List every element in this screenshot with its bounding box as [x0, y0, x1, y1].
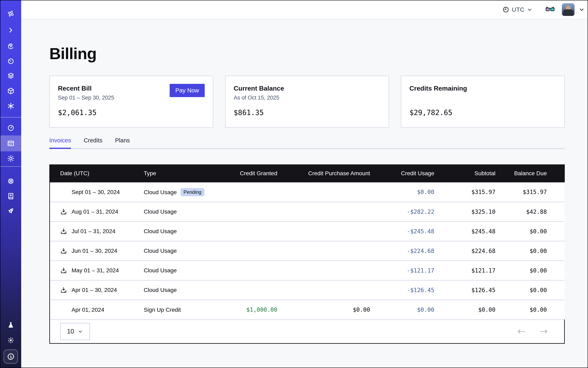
invoice-type: Sign Up Credit	[144, 307, 181, 313]
invoices-table: Date (UTC) Type Credit Granted Credit Pu…	[49, 165, 565, 344]
subtotal-value-cell: $121.17	[434, 261, 496, 280]
gear-icon[interactable]	[7, 155, 15, 162]
col-date: Date (UTC)	[50, 165, 144, 182]
tab-plans[interactable]: Plans	[115, 137, 130, 148]
invoice-type: Cloud Usage	[144, 267, 177, 274]
credit-purchase-value-cell	[277, 261, 370, 280]
logo-mark[interactable]	[7, 10, 15, 18]
rocket-icon[interactable]	[7, 207, 15, 215]
credit-purchase-value-cell	[277, 241, 370, 261]
balance-due-value-cell: $0.00	[496, 261, 565, 280]
download-slot	[60, 228, 72, 235]
credit-usage-value-cell: -$245.48	[370, 221, 434, 241]
card-title: Credits Remaining	[409, 85, 556, 92]
balance-due-value: $0.00	[530, 287, 547, 294]
credits-remaining-card: Credits Remaining $29,782.65	[401, 76, 565, 128]
credits-badge-icon: $	[7, 352, 15, 361]
table-row: Jul 01 – 31, 2024Cloud Usage-$245.48$245…	[50, 221, 565, 241]
account-chevron-down-icon[interactable]	[579, 7, 585, 13]
card-amount: $861.35	[234, 109, 380, 117]
invoice-date: May 01 – 31, 2024	[72, 267, 119, 274]
clock-icon	[502, 6, 509, 13]
current-balance-card: Current Balance As of Oct 15, 2025 $861.…	[225, 76, 389, 128]
chevron-down-icon	[78, 329, 83, 334]
content: Billing Recent Bill Sep 01 – Sep 30, 202…	[21, 19, 588, 368]
download-invoice-icon[interactable]	[60, 248, 67, 254]
chevron-down-icon	[527, 7, 533, 12]
subtotal-value: $126.45	[471, 287, 496, 294]
support-wheel-icon[interactable]	[7, 177, 15, 185]
billing-icon[interactable]	[7, 139, 15, 147]
subtotal-value: $121.17	[471, 267, 496, 274]
credit-usage-value-cell: $0.00	[370, 182, 434, 202]
balance-due-value-cell: $0.00	[496, 221, 565, 241]
balance-due-value-cell: $0.00	[496, 280, 565, 300]
download-invoice-icon[interactable]	[60, 267, 67, 274]
credit-usage-value-cell: -$282.22	[370, 202, 434, 221]
credit-usage-value: $0.00	[417, 306, 434, 313]
credit-purchase-value-cell	[277, 182, 370, 202]
glasses-icon[interactable]	[546, 7, 555, 13]
credit-usage-value-cell: -$224.68	[370, 241, 434, 261]
tab-credits[interactable]: Credits	[84, 137, 102, 148]
credit-granted-value-cell	[226, 241, 277, 261]
credit-granted-value: $1,000.00	[246, 306, 277, 313]
card-subtitle	[409, 95, 556, 101]
credit-purchase-value: $0.00	[353, 306, 370, 313]
subtotal-value: $224.68	[471, 248, 496, 254]
download-invoice-icon[interactable]	[60, 228, 67, 235]
download-slot	[60, 248, 72, 254]
balance-due-value: $0.00	[530, 267, 547, 274]
download-slot	[60, 208, 72, 215]
timezone-label: UTC	[512, 6, 525, 13]
avatar[interactable]	[562, 3, 575, 16]
credit-granted-value-cell	[226, 202, 277, 221]
table-header-row: Date (UTC) Type Credit Granted Credit Pu…	[50, 165, 565, 182]
invoice-type: Cloud Usage	[144, 209, 177, 215]
pay-now-button[interactable]: Pay Now	[170, 84, 205, 97]
layers-icon[interactable]	[7, 72, 15, 80]
balance-due-value: $0.00	[530, 248, 547, 254]
credits-badge-button[interactable]: $	[4, 350, 18, 364]
gauge-icon[interactable]	[7, 124, 15, 132]
billing-tabs: Invoices Credits Plans	[49, 137, 565, 149]
page-size-value: 10	[67, 328, 74, 335]
chevron-right-icon[interactable]	[7, 26, 15, 34]
subtotal-value-cell: $315.97	[434, 182, 496, 202]
timer-icon[interactable]	[7, 57, 15, 65]
asterisk-icon[interactable]	[7, 102, 15, 110]
col-type: Type	[144, 165, 226, 182]
sidebar-divider	[0, 166, 21, 167]
download-invoice-icon[interactable]	[60, 287, 67, 294]
credit-purchase-value-cell	[277, 221, 370, 241]
subtotal-value-cell: $245.48	[434, 221, 496, 241]
page-size-select[interactable]: 10	[60, 323, 90, 340]
credit-purchase-value-cell	[277, 280, 370, 300]
subtotal-value-cell: $325.10	[434, 202, 496, 221]
col-credit-granted: Credit Granted	[226, 165, 277, 182]
balance-due-value-cell: $42.88	[496, 202, 565, 221]
radar-icon[interactable]	[7, 43, 15, 50]
table-pagination: 10	[50, 320, 564, 343]
balance-due-value-cell: $0.00	[496, 300, 565, 320]
subtotal-value: $245.48	[471, 228, 496, 235]
next-page-arrow-icon[interactable]	[540, 328, 548, 335]
table-row: Apr 01 – 30, 2024Cloud Usage-$126.45$126…	[50, 280, 565, 300]
prev-page-arrow-icon[interactable]	[517, 328, 525, 335]
card-subtitle: As of Oct 15, 2025	[234, 95, 380, 101]
brightness-icon[interactable]	[7, 336, 15, 344]
download-invoice-icon[interactable]	[60, 208, 67, 215]
subtotal-value-cell: $0.00	[434, 300, 496, 320]
flask-icon[interactable]	[7, 321, 15, 329]
table-body: Sept 01 – 30, 2024Cloud UsagePending$0.0…	[50, 182, 565, 320]
invoice-date: Sept 01 – 30, 2024	[72, 189, 120, 195]
balance-due-value: $0.00	[530, 228, 547, 235]
credit-granted-value-cell	[226, 221, 277, 241]
docs-book-icon[interactable]	[7, 192, 15, 200]
timezone-selector[interactable]: UTC	[502, 6, 533, 13]
balance-due-value: $315.97	[523, 189, 547, 195]
tab-invoices[interactable]: Invoices	[49, 137, 71, 148]
app-window: $ UTC	[0, 0, 588, 368]
recent-bill-card: Recent Bill Sep 01 – Sep 30, 2025 $2,061…	[49, 76, 213, 128]
cube-icon[interactable]	[7, 87, 15, 95]
